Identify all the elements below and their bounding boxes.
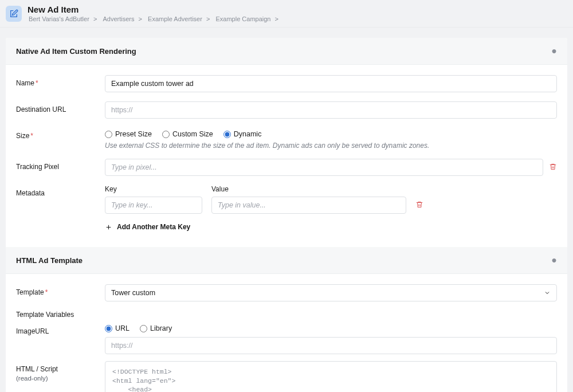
breadcrumb: Bert Varias's AdButler > Advertisers > E… bbox=[28, 15, 281, 22]
label-tracking-pixel: Tracking Pixel bbox=[16, 159, 105, 171]
label-metadata: Metadata bbox=[16, 185, 105, 197]
collapse-icon[interactable]: ● bbox=[551, 46, 557, 56]
meta-value-input[interactable] bbox=[211, 197, 406, 214]
imageurl-input[interactable] bbox=[105, 337, 557, 354]
radio-url[interactable]: URL bbox=[105, 324, 129, 332]
name-input[interactable] bbox=[105, 75, 557, 92]
add-meta-button[interactable]: Add Another Meta Key bbox=[105, 221, 190, 233]
radio-library[interactable]: Library bbox=[140, 324, 172, 332]
html-code-readonly: <!DOCTYPE html> <html lang="en"> <head> … bbox=[105, 361, 557, 392]
breadcrumb-item[interactable]: Example Campaign bbox=[215, 15, 270, 22]
page-header: New Ad Item Bert Varias's AdButler > Adv… bbox=[0, 0, 573, 28]
radio-custom-size[interactable]: Custom Size bbox=[162, 130, 213, 138]
breadcrumb-item[interactable]: Advertisers bbox=[103, 15, 134, 22]
section-native-header[interactable]: Native Ad Item Custom Rendering ● bbox=[6, 38, 567, 65]
label-html-script: HTML / Script bbox=[16, 365, 105, 373]
destination-url-input[interactable] bbox=[105, 101, 557, 119]
template-select[interactable]: Tower custom bbox=[105, 284, 557, 301]
tracking-pixel-input[interactable] bbox=[105, 159, 543, 176]
section-html-template-header[interactable]: HTML Ad Template ● bbox=[6, 247, 567, 274]
trash-icon[interactable] bbox=[549, 163, 557, 173]
breadcrumb-item[interactable]: Example Advertiser bbox=[148, 15, 202, 22]
edit-icon bbox=[6, 6, 22, 22]
breadcrumb-item[interactable]: Bert Varias's AdButler bbox=[29, 15, 89, 22]
meta-value-header: Value bbox=[211, 185, 229, 193]
page-title: New Ad Item bbox=[28, 5, 281, 14]
meta-key-header: Key bbox=[105, 185, 202, 193]
label-size: Size* bbox=[16, 128, 105, 140]
label-name: Name* bbox=[16, 75, 105, 87]
section-title: Native Ad Item Custom Rendering bbox=[16, 47, 136, 56]
trash-icon[interactable] bbox=[415, 201, 423, 210]
radio-dynamic[interactable]: Dynamic bbox=[223, 130, 262, 138]
label-destination-url: Destination URL bbox=[16, 101, 105, 113]
meta-key-input[interactable] bbox=[105, 197, 202, 214]
size-help-text: Use external CSS to determine the size o… bbox=[105, 142, 557, 150]
label-template-variables: Template Variables bbox=[16, 311, 105, 319]
radio-preset-size[interactable]: Preset Size bbox=[105, 130, 152, 138]
label-imageurl: ImageURL bbox=[16, 323, 105, 335]
section-title: HTML Ad Template bbox=[16, 256, 83, 265]
label-template: Template* bbox=[16, 284, 105, 296]
label-readonly: (read-only) bbox=[16, 375, 105, 382]
collapse-icon[interactable]: ● bbox=[551, 255, 557, 265]
